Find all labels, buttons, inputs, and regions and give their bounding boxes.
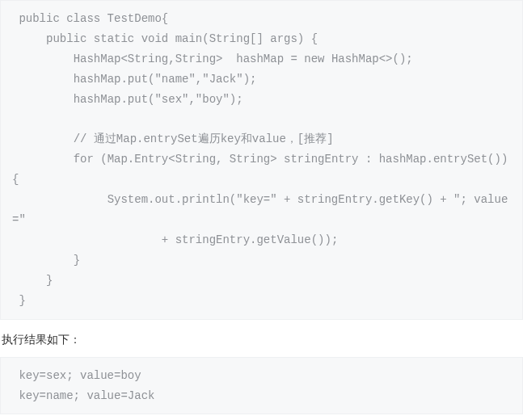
execution-output: key=sex; value=boy key=name; value=Jack bbox=[0, 357, 523, 415]
java-code-block: public class TestDemo{ public static voi… bbox=[0, 0, 523, 320]
result-heading: 执行结果如下： bbox=[2, 333, 523, 347]
